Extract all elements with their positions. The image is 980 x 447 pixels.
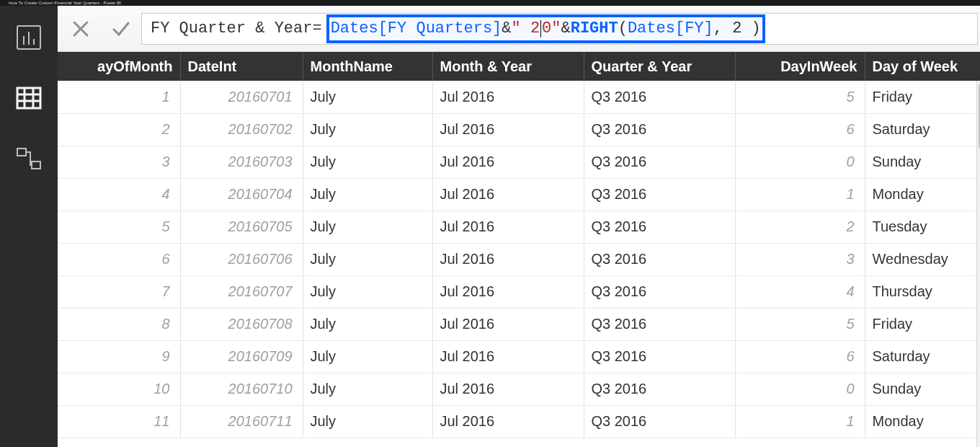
- cell-quarteryear[interactable]: Q3 2016: [584, 340, 735, 373]
- cell-dayofmonth[interactable]: 3: [58, 146, 180, 178]
- table-row[interactable]: 720160707JulyJul 2016Q3 20164Thursday: [58, 275, 980, 308]
- table-row[interactable]: 320160703JulyJul 2016Q3 20160Sunday: [58, 146, 980, 178]
- cell-monthyear[interactable]: Jul 2016: [432, 81, 584, 113]
- cell-monthyear[interactable]: Jul 2016: [432, 275, 584, 308]
- cell-monthname[interactable]: July: [303, 405, 432, 438]
- col-header-dayofmonth[interactable]: ayOfMonth: [58, 52, 180, 81]
- cell-dateint[interactable]: 20160707: [180, 275, 303, 308]
- cell-dayofmonth[interactable]: 10: [58, 373, 180, 405]
- cell-dayinweek[interactable]: 1: [735, 405, 865, 438]
- col-header-monthyear[interactable]: Month & Year: [432, 52, 584, 81]
- cell-dayinweek[interactable]: 3: [735, 243, 865, 275]
- table-row[interactable]: 1020160710JulyJul 2016Q3 20160Sunday: [58, 373, 980, 405]
- col-header-dateint[interactable]: DateInt: [180, 52, 303, 81]
- cell-dayinweek[interactable]: 1: [735, 178, 865, 211]
- cell-dayofweek[interactable]: Sunday: [865, 146, 980, 178]
- vertical-scrollbar[interactable]: [976, 81, 981, 447]
- cell-quarteryear[interactable]: Q3 2016: [584, 178, 735, 211]
- cell-dayofmonth[interactable]: 8: [58, 308, 180, 340]
- cell-dayofmonth[interactable]: 6: [58, 243, 180, 275]
- cell-dayofweek[interactable]: Saturday: [865, 340, 980, 373]
- cell-dateint[interactable]: 20160710: [180, 373, 303, 405]
- table-row[interactable]: 820160708JulyJul 2016Q3 20165Friday: [58, 308, 980, 340]
- cell-monthname[interactable]: July: [303, 113, 432, 146]
- cell-monthyear[interactable]: Jul 2016: [432, 211, 584, 243]
- table-row[interactable]: 520160705JulyJul 2016Q3 20162Tuesday: [58, 211, 980, 243]
- table-row[interactable]: 220160702JulyJul 2016Q3 20166Saturday: [58, 113, 980, 146]
- cell-monthname[interactable]: July: [303, 178, 432, 211]
- report-view-button[interactable]: [12, 20, 46, 55]
- model-view-button[interactable]: [12, 141, 46, 176]
- cell-dayofweek[interactable]: Monday: [865, 405, 980, 438]
- cell-dayofweek[interactable]: Saturday: [865, 113, 980, 146]
- cell-dateint[interactable]: 20160706: [180, 243, 303, 275]
- cell-dateint[interactable]: 20160711: [180, 405, 303, 438]
- cell-dateint[interactable]: 20160705: [180, 211, 303, 243]
- cell-monthname[interactable]: July: [303, 340, 432, 373]
- cell-dateint[interactable]: 20160704: [180, 178, 303, 211]
- cell-monthyear[interactable]: Jul 2016: [432, 308, 584, 340]
- cell-quarteryear[interactable]: Q3 2016: [584, 211, 735, 243]
- cell-monthname[interactable]: July: [303, 146, 432, 178]
- cell-dayofmonth[interactable]: 4: [58, 178, 180, 211]
- cell-quarteryear[interactable]: Q3 2016: [584, 113, 735, 146]
- cell-dateint[interactable]: 20160702: [180, 113, 303, 146]
- cell-quarteryear[interactable]: Q3 2016: [584, 243, 735, 275]
- cell-monthname[interactable]: July: [303, 275, 432, 308]
- cell-dayofweek[interactable]: Wednesday: [865, 243, 980, 275]
- cell-dayofweek[interactable]: Sunday: [865, 373, 980, 405]
- cell-monthyear[interactable]: Jul 2016: [432, 146, 584, 178]
- formula-cancel-button[interactable]: [61, 12, 101, 46]
- table-row[interactable]: 420160704JulyJul 2016Q3 20161Monday: [58, 178, 980, 211]
- cell-dayofweek[interactable]: Thursday: [865, 275, 980, 308]
- cell-dayinweek[interactable]: 5: [735, 308, 865, 340]
- col-header-quarteryear[interactable]: Quarter & Year: [584, 52, 735, 81]
- cell-monthyear[interactable]: Jul 2016: [432, 340, 584, 373]
- table-row[interactable]: 920160709JulyJul 2016Q3 20166Saturday: [58, 340, 980, 373]
- cell-monthyear[interactable]: Jul 2016: [432, 243, 584, 275]
- cell-dayofweek[interactable]: Friday: [865, 81, 980, 113]
- col-header-dayinweek[interactable]: DayInWeek: [735, 52, 865, 81]
- cell-dayinweek[interactable]: 6: [735, 113, 865, 146]
- cell-dayinweek[interactable]: 2: [735, 211, 865, 243]
- cell-quarteryear[interactable]: Q3 2016: [584, 146, 735, 178]
- cell-dateint[interactable]: 20160708: [180, 308, 303, 340]
- data-view-button[interactable]: [12, 81, 46, 115]
- cell-quarteryear[interactable]: Q3 2016: [584, 308, 735, 340]
- cell-monthname[interactable]: July: [303, 308, 432, 340]
- cell-quarteryear[interactable]: Q3 2016: [584, 81, 735, 113]
- cell-quarteryear[interactable]: Q3 2016: [584, 373, 735, 405]
- cell-dayofweek[interactable]: Tuesday: [865, 211, 980, 243]
- cell-monthname[interactable]: July: [303, 373, 432, 405]
- cell-dayinweek[interactable]: 4: [735, 275, 865, 308]
- cell-monthyear[interactable]: Jul 2016: [432, 405, 584, 438]
- cell-dayofmonth[interactable]: 9: [58, 340, 180, 373]
- cell-dayofmonth[interactable]: 7: [58, 275, 180, 308]
- cell-quarteryear[interactable]: Q3 2016: [584, 275, 735, 308]
- cell-monthname[interactable]: July: [303, 243, 432, 275]
- cell-monthyear[interactable]: Jul 2016: [432, 113, 584, 146]
- cell-dayofweek[interactable]: Monday: [865, 178, 980, 211]
- cell-dayinweek[interactable]: 0: [735, 146, 865, 178]
- cell-dayofmonth[interactable]: 2: [58, 113, 180, 146]
- cell-dayofmonth[interactable]: 1: [58, 81, 180, 113]
- cell-dayinweek[interactable]: 0: [735, 373, 865, 405]
- formula-commit-button[interactable]: [101, 12, 141, 46]
- data-table[interactable]: ayOfMonth DateInt MonthName Month & Year…: [58, 52, 980, 438]
- formula-input[interactable]: FY Quarter & Year = Dates[FY Quarters] &…: [141, 13, 978, 45]
- cell-dateint[interactable]: 20160709: [180, 340, 303, 373]
- table-row[interactable]: 1120160711JulyJul 2016Q3 20161Monday: [58, 405, 980, 438]
- cell-dayofweek[interactable]: Friday: [865, 308, 980, 340]
- col-header-monthname[interactable]: MonthName: [303, 52, 432, 81]
- cell-dayofmonth[interactable]: 5: [58, 211, 180, 243]
- cell-monthname[interactable]: July: [303, 81, 432, 113]
- cell-dayinweek[interactable]: 6: [735, 340, 865, 373]
- cell-quarteryear[interactable]: Q3 2016: [584, 405, 735, 438]
- cell-monthname[interactable]: July: [303, 211, 432, 243]
- col-header-dayofweek[interactable]: Day of Week: [865, 52, 980, 81]
- cell-dateint[interactable]: 20160703: [180, 146, 303, 178]
- cell-monthyear[interactable]: Jul 2016: [432, 178, 584, 211]
- cell-dateint[interactable]: 20160701: [180, 81, 303, 113]
- cell-dayinweek[interactable]: 5: [735, 81, 865, 113]
- table-row[interactable]: 120160701JulyJul 2016Q3 20165Friday: [58, 81, 980, 113]
